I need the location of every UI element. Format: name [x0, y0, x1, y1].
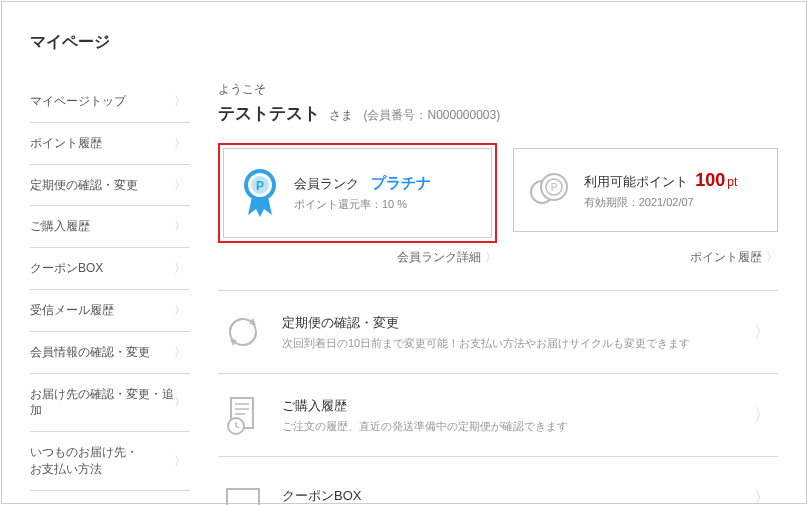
sidebar-item-purchase-history[interactable]: ご購入履歴〉 [30, 206, 190, 248]
points-unit: pt [727, 175, 737, 189]
sidebar-item-point-history[interactable]: ポイント履歴〉 [30, 123, 190, 165]
rank-card-highlight: P 会員ランク プラチナ ポイント還元率：10 % [218, 143, 497, 243]
quick-link-coupon-box[interactable]: クーポンBOX 〉 [218, 457, 778, 505]
chevron-right-icon: 〉 [174, 394, 186, 411]
refresh-icon [220, 309, 266, 355]
sidebar-item-label: お届け先の確認・変更・追加 [30, 386, 174, 420]
welcome-label: ようこそ [218, 81, 778, 98]
chevron-right-icon: 〉 [174, 260, 186, 277]
rank-detail-link[interactable]: 会員ランク詳細〉 [218, 249, 497, 266]
points-title: 利用可能ポイント [584, 174, 688, 189]
points-value: 100 [695, 170, 725, 190]
sidebar-item-label: 定期便の確認・変更 [30, 177, 138, 194]
chevron-right-icon: 〉 [485, 250, 497, 264]
points-sub-label: 有効期限： [584, 196, 639, 208]
sidebar-item-label: ポイント履歴 [30, 135, 102, 152]
rank-title: 会員ランク [294, 176, 359, 191]
rank-value: プラチナ [371, 174, 431, 191]
points-sub-value: 2021/02/07 [639, 196, 694, 208]
chevron-right-icon: 〉 [174, 302, 186, 319]
sidebar-item-mypage-top[interactable]: マイページトップ〉 [30, 81, 190, 123]
coins-icon: P [528, 170, 572, 210]
chevron-right-icon: 〉 [174, 344, 186, 361]
rank-card[interactable]: P 会員ランク プラチナ ポイント還元率：10 % [223, 148, 492, 238]
quick-link-sub: ご注文の履歴、直近の発送準備中の定期便が確認できます [282, 419, 738, 434]
quick-link-sub: 次回到着日の10日前まで変更可能！お支払い方法やお届けサイクルも変更できます [282, 336, 738, 351]
chevron-right-icon: 〉 [754, 405, 770, 426]
rank-detail-link-label: 会員ランク詳細 [397, 250, 481, 264]
chevron-right-icon: 〉 [766, 250, 778, 264]
chevron-right-icon: 〉 [174, 93, 186, 110]
sidebar-item-shipping-address[interactable]: お届け先の確認・変更・追加〉 [30, 374, 190, 433]
main-content: ようこそ テストテスト さま (会員番号：N000000003) P [218, 81, 778, 505]
chevron-right-icon: 〉 [174, 135, 186, 152]
sidebar-item-label: マイページトップ [30, 93, 126, 110]
sidebar-item-member-info[interactable]: 会員情報の確認・変更〉 [30, 332, 190, 374]
ticket-icon [220, 475, 266, 505]
user-name: テストテスト [218, 104, 320, 123]
sidebar: マイページトップ〉 ポイント履歴〉 定期便の確認・変更〉 ご購入履歴〉 クーポン… [30, 81, 190, 505]
chevron-right-icon: 〉 [174, 453, 186, 470]
quick-link-subscription[interactable]: 定期便の確認・変更 次回到着日の10日前まで変更可能！お支払い方法やお届けサイク… [218, 291, 778, 374]
chevron-right-icon: 〉 [174, 177, 186, 194]
username-line: テストテスト さま (会員番号：N000000003) [218, 102, 778, 125]
sidebar-item-credit-card[interactable]: 登録クレジットカード管理〉 [30, 491, 190, 505]
points-history-link[interactable]: ポイント履歴〉 [513, 249, 778, 266]
chevron-right-icon: 〉 [174, 218, 186, 235]
sidebar-item-subscription[interactable]: 定期便の確認・変更〉 [30, 165, 190, 207]
sidebar-item-mail-history[interactable]: 受信メール履歴〉 [30, 290, 190, 332]
badge-ribbon-icon: P [238, 167, 282, 219]
svg-text:P: P [256, 179, 264, 193]
sidebar-item-label: 会員情報の確認・変更 [30, 344, 150, 361]
quick-link-title: 定期便の確認・変更 [282, 314, 738, 332]
user-suffix: さま [329, 108, 353, 122]
points-card[interactable]: P 利用可能ポイント 100pt 有効期限：2021/02/07 [513, 148, 778, 232]
quick-links-list: 定期便の確認・変更 次回到着日の10日前まで変更可能！お支払い方法やお届けサイク… [218, 290, 778, 505]
sidebar-item-label: いつものお届け先・ お支払い方法 [30, 444, 138, 478]
quick-link-purchase-history[interactable]: ご購入履歴 ご注文の履歴、直近の発送準備中の定期便が確認できます 〉 [218, 374, 778, 457]
chevron-right-icon: 〉 [754, 488, 770, 506]
points-history-link-label: ポイント履歴 [690, 250, 762, 264]
sidebar-item-usual-address-payment[interactable]: いつものお届け先・ お支払い方法〉 [30, 432, 190, 491]
sidebar-item-label: クーポンBOX [30, 260, 103, 277]
sidebar-item-coupon-box[interactable]: クーポンBOX〉 [30, 248, 190, 290]
document-clock-icon [220, 392, 266, 438]
rank-sub-value: 10 % [382, 198, 407, 210]
member-number: (会員番号：N000000003) [363, 108, 500, 122]
rank-sub-label: ポイント還元率： [294, 198, 382, 210]
quick-link-title: ご購入履歴 [282, 397, 738, 415]
quick-link-title: クーポンBOX [282, 487, 738, 505]
sidebar-item-label: 受信メール履歴 [30, 302, 114, 319]
chevron-right-icon: 〉 [754, 322, 770, 343]
svg-text:P: P [550, 182, 557, 193]
page-title: マイページ [30, 32, 778, 53]
svg-rect-12 [227, 489, 259, 505]
sidebar-item-label: ご購入履歴 [30, 218, 90, 235]
